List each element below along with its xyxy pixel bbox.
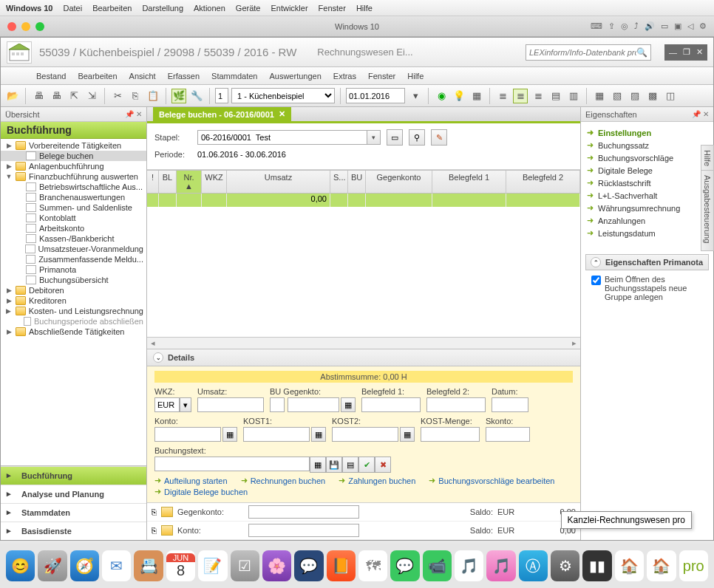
print2-icon[interactable]: 🖶	[49, 89, 64, 103]
btext-b2-icon[interactable]: 💾	[326, 457, 342, 473]
gegenkto-input[interactable]	[288, 397, 339, 412]
import-icon[interactable]: ⇲	[84, 89, 99, 103]
bottom-nav-item[interactable]: ▸Basisdienste	[1, 522, 146, 540]
box-icon[interactable]: ▦	[469, 89, 484, 103]
datum-input[interactable]	[492, 397, 528, 412]
tree-item[interactable]: Kontoblatt	[1, 213, 146, 223]
close-traffic-light[interactable]	[7, 22, 16, 31]
help-icon[interactable]: ◉	[434, 89, 449, 103]
tool3-icon[interactable]: ▨	[628, 89, 642, 103]
bottom-nav-item[interactable]: ▸Buchführung	[1, 466, 146, 485]
bottom-nav-item[interactable]: ▸Stammdaten	[1, 503, 146, 522]
nav-tree[interactable]: ▶Vorbereitende TätigkeitenBelege buchen▶…	[1, 139, 146, 465]
tree-icon[interactable]: 🌿	[171, 89, 186, 103]
client-no-input[interactable]	[215, 88, 228, 103]
bottom-nav-item[interactable]: ▸Analyse und Planung	[1, 485, 146, 503]
konto-input[interactable]	[154, 427, 221, 442]
display-icon[interactable]: ▭	[661, 21, 668, 31]
usb-icon[interactable]: ⇪	[608, 21, 615, 31]
app1-icon[interactable]: 🏠	[615, 550, 644, 581]
list1-icon[interactable]: ≣	[495, 89, 510, 103]
btext-b1-icon[interactable]: ▦	[310, 457, 326, 473]
menu-extras[interactable]: Extras	[333, 72, 356, 81]
tree-item[interactable]: Betriebswirtschaftliche Aus...	[1, 182, 146, 192]
launchpad-icon[interactable]: 🚀	[38, 550, 67, 581]
kost1-lookup-icon[interactable]: ▦	[311, 427, 326, 442]
finder-icon[interactable]: 😊	[6, 550, 35, 581]
stapel-edit-icon[interactable]: ✎	[431, 129, 447, 146]
property-item[interactable]: ➜Währungsumrechnung	[584, 202, 710, 214]
menu-erfassen[interactable]: Erfassen	[168, 72, 200, 81]
primanota-header[interactable]: ⌃Eigenschaften Primanota	[585, 254, 709, 270]
messages2-icon[interactable]: 💬	[390, 550, 419, 581]
messages1-icon[interactable]: 💬	[294, 550, 323, 581]
tree-item[interactable]: Arbeitskonto	[1, 223, 146, 233]
folder-icon[interactable]	[161, 525, 173, 536]
menu-stammdaten[interactable]: Stammdaten	[211, 72, 257, 81]
parallels-icon[interactable]: ▮▮	[582, 550, 611, 581]
date-input[interactable]	[346, 88, 405, 103]
mac-menu-fenster[interactable]: Fenster	[319, 4, 346, 13]
property-item[interactable]: ➜Anzahlungen	[584, 214, 710, 227]
primanota-checkbox[interactable]	[591, 276, 601, 285]
property-item[interactable]: ➜L+L-Sachverhalt	[584, 189, 710, 202]
itunes-icon[interactable]: 🎵	[455, 550, 483, 581]
ibooks-icon[interactable]: 📙	[327, 550, 356, 581]
tab-close-icon[interactable]: ✕	[279, 109, 285, 119]
link-digitale-belege[interactable]: ➜Digitale Belege buchen	[154, 487, 248, 496]
tree-item[interactable]: Zusammenfassende Meldu...	[1, 254, 146, 264]
reminders-icon[interactable]: ☑	[231, 550, 259, 581]
link-zahlungen[interactable]: ➜Zahlungen buchen	[339, 476, 415, 485]
wrench-icon[interactable]: 🔧	[189, 89, 204, 103]
minimize-traffic-light[interactable]	[21, 22, 30, 31]
gegenkto-lookup-icon[interactable]: ▦	[341, 397, 356, 412]
link-vorschlaege[interactable]: ➜Buchungsvorschläge bearbeiten	[429, 476, 554, 485]
keyboard-icon[interactable]: ⌨	[591, 21, 602, 31]
btext-b3-icon[interactable]: ▤	[342, 457, 358, 473]
close-button[interactable]: ✕	[696, 47, 703, 57]
date-dropdown-icon[interactable]: ▾	[408, 89, 423, 103]
btext-input[interactable]	[154, 457, 310, 471]
mac-menu-entwickler[interactable]: Entwickler	[271, 4, 307, 13]
property-item[interactable]: ➜Digitale Belege	[584, 164, 710, 177]
acct-icon1[interactable]: ⎘	[152, 526, 157, 535]
details-collapse-icon[interactable]: ⌄	[153, 352, 163, 363]
kost1-input[interactable]	[243, 427, 310, 442]
btext-ok-icon[interactable]: ✔	[358, 457, 375, 473]
skonto-input[interactable]	[486, 427, 530, 442]
stapel-input[interactable]	[197, 130, 367, 145]
menu-auswertungen[interactable]: Auswertungen	[269, 72, 321, 81]
details-header[interactable]: ⌄ Details	[147, 349, 580, 366]
kost2-lookup-icon[interactable]: ▦	[400, 427, 415, 442]
tree-item[interactable]: ▶Abschließende Tätigkeiten	[1, 327, 146, 337]
gear-icon[interactable]: ⚙	[699, 21, 707, 31]
primanota-checkbox-row[interactable]: Beim Öffnen des Buchungsstapels neue Gru…	[591, 275, 703, 301]
tool4-icon[interactable]: ▩	[645, 89, 660, 103]
search-input[interactable]	[529, 48, 636, 57]
tree-item[interactable]: Primanota	[1, 264, 146, 275]
pin-icon[interactable]: 📌 ✕	[125, 110, 142, 118]
list5-icon[interactable]: ▥	[566, 89, 581, 103]
mac-menu-datei[interactable]: Datei	[63, 4, 82, 13]
search-box[interactable]: 🔍	[526, 44, 651, 61]
bf2-input[interactable]	[426, 397, 486, 412]
safari-icon[interactable]: 🧭	[70, 550, 99, 581]
properties-pin-icon[interactable]: 📌 ✕	[692, 110, 709, 118]
sound-icon[interactable]: 🔊	[645, 21, 655, 31]
mac-menu-aktionen[interactable]: Aktionen	[194, 4, 225, 13]
mac-menu-geraete[interactable]: Geräte	[236, 4, 261, 13]
acct-input[interactable]	[248, 505, 359, 519]
minimize-button[interactable]: —	[669, 48, 677, 57]
tree-item[interactable]: Branchenauswertungen	[1, 192, 146, 202]
link-rechnungen[interactable]: ➜Rechnungen buchen	[241, 476, 326, 485]
client-select[interactable]: 1 - Küchenbeispiel	[231, 88, 335, 103]
list2-icon[interactable]: ≣	[513, 89, 528, 103]
notes-icon[interactable]: 📝	[198, 550, 227, 581]
bu-input[interactable]	[270, 397, 285, 412]
tree-item[interactable]: Buchungsperiode abschließen	[1, 316, 146, 327]
hilfe-tab[interactable]: Hilfe	[701, 145, 714, 171]
copy-icon[interactable]: ⎘	[128, 89, 143, 103]
cut-icon[interactable]: ✂	[110, 89, 125, 103]
menu-ansicht[interactable]: Ansicht	[129, 72, 156, 81]
scroll-left-icon[interactable]: ◂	[147, 338, 159, 348]
